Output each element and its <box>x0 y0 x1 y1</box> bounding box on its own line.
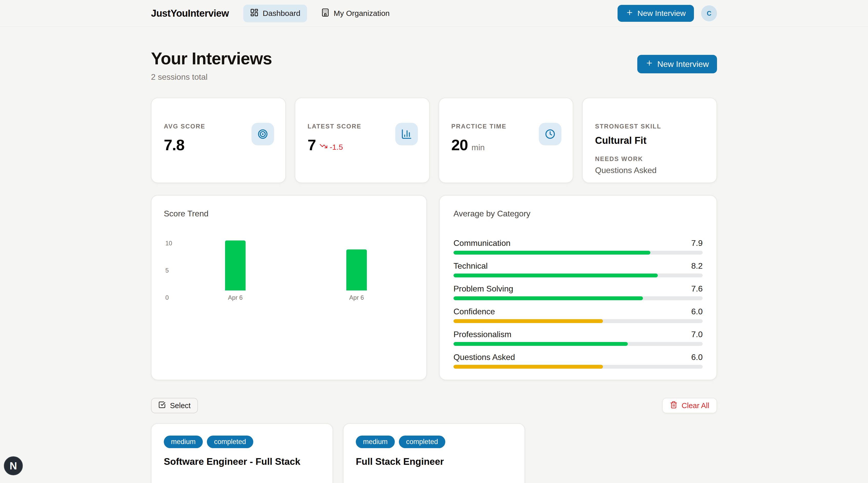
category-bar-track <box>454 296 703 300</box>
status-badge: completed <box>207 435 253 448</box>
category-label: Confidence <box>454 307 495 316</box>
category-bar-fill <box>454 274 658 277</box>
status-badge: completed <box>399 435 445 448</box>
status-badge: medium <box>356 435 395 448</box>
actions-row: Select Clear All <box>151 398 717 413</box>
session-title: Software Engineer - Full Stack <box>164 456 320 467</box>
trending-down-icon <box>319 142 328 152</box>
status-badge: medium <box>164 435 203 448</box>
page-title: Your Interviews <box>151 49 272 68</box>
stat-card-practice-time: PRACTICE TIME 20 min <box>439 98 574 183</box>
category-label: Problem Solving <box>454 284 513 294</box>
category-list: Communication7.9Technical8.2Problem Solv… <box>454 238 703 369</box>
stat-value: 20 <box>452 136 468 154</box>
checkbox-check-icon <box>158 401 166 411</box>
category-value: 8.2 <box>691 261 703 271</box>
category-value: 6.0 <box>691 353 703 362</box>
category-label: Communication <box>454 238 510 248</box>
needs-work-label: NEEDS WORK <box>595 155 661 162</box>
trash-icon <box>670 401 678 411</box>
stat-card-strongest-skill: STRONGEST SKILL Cultural Fit NEEDS WORK … <box>582 98 717 183</box>
chart-title: Score Trend <box>164 209 209 218</box>
category-value: 7.0 <box>691 330 703 339</box>
category-bar-fill <box>454 342 628 346</box>
target-icon <box>251 123 274 145</box>
category-value: 6.0 <box>691 307 703 316</box>
category-row: Technical8.2 <box>454 261 703 277</box>
category-bar-fill <box>454 319 603 323</box>
select-button[interactable]: Select <box>151 398 198 413</box>
category-label: Professionalism <box>454 330 512 339</box>
stat-value: 7.8 <box>164 136 184 154</box>
category-bar-track <box>454 274 703 277</box>
score-trend-plot: 1050Apr 6Apr 6 <box>164 227 415 308</box>
category-bar-fill <box>454 251 650 254</box>
category-row: Communication7.9 <box>454 238 703 254</box>
category-bar-track <box>454 319 703 323</box>
category-bar-fill <box>454 365 603 369</box>
sessions-total-text: 2 sessions total <box>151 72 272 82</box>
category-bar-track <box>454 251 703 254</box>
category-bar-track <box>454 342 703 346</box>
clear-all-button[interactable]: Clear All <box>662 398 717 413</box>
y-axis-tick: 5 <box>165 267 169 274</box>
nav-tab-my-organization[interactable]: My Organization <box>314 5 396 22</box>
user-avatar[interactable]: C <box>701 5 717 21</box>
strongest-skill-value: Cultural Fit <box>595 135 661 146</box>
stat-label: STRONGEST SKILL <box>595 123 661 130</box>
stat-label: LATEST SCORE <box>308 123 362 130</box>
category-bar-fill <box>454 296 643 300</box>
stat-unit: min <box>471 143 485 152</box>
nav-tab-label: Dashboard <box>263 9 301 18</box>
needs-work-value: Questions Asked <box>595 165 661 175</box>
category-row: Problem Solving7.6 <box>454 283 703 300</box>
nav-tab-dashboard[interactable]: Dashboard <box>243 5 307 22</box>
stats-row: AVG SCORE 7.8 LATEST SCORE 7 -1.5 <box>151 98 717 183</box>
category-value: 7.6 <box>691 284 703 294</box>
score-trend-bar <box>346 249 367 291</box>
stat-card-latest-score: LATEST SCORE 7 -1.5 <box>295 98 430 183</box>
app-header: JustYouInterview Dashboard My Organizati… <box>0 0 868 27</box>
stat-label: AVG SCORE <box>164 123 205 130</box>
hero-section: Your Interviews 2 sessions total New Int… <box>151 27 717 82</box>
average-by-category-card: Average by Category Communication7.9Tech… <box>439 195 717 380</box>
sessions-grid: mediumcompletedSoftware Engineer - Full … <box>151 423 717 483</box>
app-logo: JustYouInterview <box>151 8 229 19</box>
new-interview-button-header[interactable]: New Interview <box>618 5 694 22</box>
nav-tab-label: My Organization <box>334 9 390 18</box>
score-trend-card: Score Trend 1050Apr 6Apr 6 <box>151 195 427 380</box>
main-content: Your Interviews 2 sessions total New Int… <box>151 27 717 483</box>
category-row: Professionalism7.0 <box>454 329 703 346</box>
category-bar-track <box>454 365 703 369</box>
chart-title: Average by Category <box>454 209 703 218</box>
stat-value: 7 <box>308 136 316 154</box>
nextjs-n-logo: N <box>10 460 17 472</box>
session-title: Full Stack Engineer <box>356 456 512 467</box>
score-delta: -1.5 <box>319 142 343 152</box>
plus-icon <box>626 9 633 18</box>
category-value: 7.9 <box>691 238 703 248</box>
bar-chart-icon <box>395 123 418 145</box>
y-axis-tick: 0 <box>165 294 169 301</box>
layout-dashboard-icon <box>250 8 259 19</box>
y-axis-tick: 10 <box>165 240 172 247</box>
main-nav: Dashboard My Organization <box>243 5 618 22</box>
x-axis-label: Apr 6 <box>336 294 377 301</box>
badge-row: mediumcompleted <box>356 435 512 448</box>
building-icon <box>321 8 330 19</box>
stat-card-avg-score: AVG SCORE 7.8 <box>151 98 286 183</box>
charts-row: Score Trend 1050Apr 6Apr 6 Average by Ca… <box>151 195 717 380</box>
score-trend-bar <box>225 240 246 291</box>
category-label: Technical <box>454 261 488 271</box>
category-row: Questions Asked6.0 <box>454 352 703 369</box>
stat-label: PRACTICE TIME <box>452 123 506 130</box>
session-card[interactable]: mediumcompletedSoftware Engineer - Full … <box>151 423 333 483</box>
dev-tools-button[interactable]: N <box>4 456 23 475</box>
category-label: Questions Asked <box>454 353 515 362</box>
badge-row: mediumcompleted <box>164 435 320 448</box>
clock-icon <box>539 123 561 145</box>
new-interview-button[interactable]: New Interview <box>637 55 717 73</box>
plus-icon <box>646 59 653 69</box>
session-card[interactable]: mediumcompletedFull Stack Engineer <box>343 423 525 483</box>
category-row: Confidence6.0 <box>454 306 703 323</box>
